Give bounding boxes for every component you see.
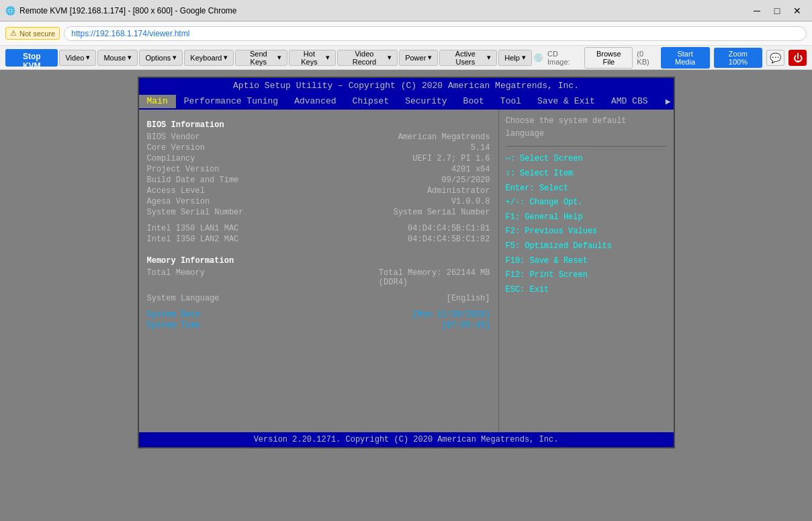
agesa-version-row: Agesa Version V1.0.0.8	[147, 197, 490, 206]
key-hint-f12: F12: Print Screen	[506, 268, 667, 283]
address-url[interactable]: https://192.168.1.174/viewer.html	[64, 26, 807, 41]
system-time-val[interactable]: [07:05:48]	[441, 321, 490, 330]
cd-icon: 💿	[533, 53, 543, 63]
addressbar: ⚠ Not secure https://192.168.1.174/viewe…	[0, 22, 812, 46]
power-button[interactable]: Power ▾	[399, 50, 438, 66]
key-hint-f1: F1: General Help	[506, 210, 667, 225]
bios-header: Aptio Setup Utility – Copyright (C) 2020…	[139, 78, 674, 93]
nav-save-exit[interactable]: Save & Exit	[529, 95, 603, 108]
active-users-button[interactable]: Active Users ▾	[439, 50, 497, 66]
lan2-mac-val: 04:D4:C4:5B:C1:82	[408, 235, 490, 244]
nav-amd-cbs[interactable]: AMD CBS	[603, 95, 656, 108]
divider4	[147, 305, 490, 310]
lan1-mac-val: 04:D4:C4:5B:C1:81	[408, 224, 490, 233]
agesa-version-key: Agesa Version	[147, 197, 268, 206]
build-date-val: 09/25/2020	[441, 175, 490, 185]
bios-vendor-val: American Megatrends	[398, 132, 490, 142]
browse-file-button[interactable]: Browse File	[584, 47, 633, 69]
nav-advanced[interactable]: Advanced	[286, 95, 344, 108]
build-date-key: Build Date and Time	[147, 175, 268, 185]
kb-size-label: (0 KB)	[637, 50, 656, 66]
options-label: Options	[145, 54, 171, 62]
system-date-row: System Date [Mon 11/30/2020]	[147, 310, 490, 319]
close-button[interactable]: ✕	[788, 3, 807, 19]
send-keys-button[interactable]: Send Keys ▾	[235, 50, 287, 66]
video-record-dropdown-icon: ▾	[388, 53, 392, 62]
access-level-val: Administrator	[427, 186, 490, 196]
serial-number-row: System Serial Number System Serial Numbe…	[147, 208, 490, 217]
core-version-key: Core Version	[147, 143, 268, 153]
bios-left-panel: BIOS Information BIOS Vendor American Me…	[139, 110, 499, 432]
send-keys-dropdown-icon: ▾	[277, 53, 281, 62]
bios-nav: Main Performance Tuning Advanced Chipset…	[139, 93, 674, 110]
nav-boot[interactable]: Boot	[455, 95, 492, 108]
stop-kvm-button[interactable]: Stop KVM	[5, 49, 58, 67]
options-button[interactable]: Options ▾	[139, 50, 183, 66]
video-record-button[interactable]: Video Record ▾	[337, 50, 398, 66]
lan2-mac-row: Intel I350 LAN2 MAC 04:D4:C4:5B:C1:82	[147, 235, 490, 244]
project-version-key: Project Version	[147, 165, 268, 174]
nav-chipset[interactable]: Chipset	[345, 95, 398, 108]
active-users-label: Active Users	[445, 50, 485, 66]
start-media-button[interactable]: Start Media	[661, 47, 710, 69]
help-dropdown-icon: ▾	[522, 53, 526, 62]
mouse-button[interactable]: Mouse ▾	[97, 50, 138, 66]
power-dropdown-icon: ▾	[428, 53, 432, 62]
bios-help-text: Choose the system default language	[506, 115, 667, 141]
build-date-row: Build Date and Time 09/25/2020	[147, 175, 490, 185]
nav-performance-tuning[interactable]: Performance Tuning	[176, 95, 286, 108]
titlebar-title: Remote KVM [192.168.1.174] - [800 x 600]…	[19, 6, 237, 15]
bios-key-hints: ↔: Select Screen ↕: Select Item Enter: S…	[506, 152, 667, 297]
nav-main[interactable]: Main	[139, 95, 176, 108]
hot-keys-label: Hot Keys	[295, 50, 324, 66]
titlebar: 🌐 Remote KVM [192.168.1.174] - [800 x 60…	[0, 0, 812, 22]
keyboard-dropdown-icon: ▾	[224, 53, 228, 62]
video-label: Video	[65, 54, 84, 62]
bios-help-text-area: Choose the system default language	[506, 115, 667, 147]
power-icon-button[interactable]: ⏻	[788, 50, 807, 66]
browser-icon: 🌐	[5, 6, 15, 15]
compliancy-val: UEFI 2.7; PI 1.6	[412, 154, 490, 163]
serial-number-val: System Serial Number	[393, 208, 490, 217]
bios-screen: Aptio Setup Utility – Copyright (C) 2020…	[138, 77, 675, 448]
bios-vendor-row: BIOS Vendor American Megatrends	[147, 132, 490, 142]
serial-number-key: System Serial Number	[147, 208, 268, 217]
help-button[interactable]: Help ▾	[498, 50, 532, 66]
cd-image-label: CD Image:	[547, 50, 580, 66]
hot-keys-dropdown-icon: ▾	[326, 53, 330, 62]
titlebar-left: 🌐 Remote KVM [192.168.1.174] - [800 x 60…	[5, 6, 237, 15]
power-label: Power	[405, 54, 426, 62]
system-language-key: System Language	[147, 294, 268, 303]
nav-security[interactable]: Security	[397, 95, 455, 108]
system-date-key[interactable]: System Date	[147, 310, 268, 319]
video-dropdown-icon: ▾	[86, 53, 90, 62]
security-label: Not secure	[19, 30, 55, 38]
key-hint-f2: F2: Previous Values	[506, 225, 667, 239]
total-memory-key: Total Memory	[147, 268, 268, 287]
access-level-key: Access Level	[147, 186, 268, 196]
keyboard-button[interactable]: Keyboard ▾	[184, 50, 234, 66]
project-version-row: Project Version 4201 x64	[147, 165, 490, 174]
core-version-row: Core Version 5.14	[147, 143, 490, 153]
chat-icon-button[interactable]: 💬	[766, 50, 784, 66]
mouse-dropdown-icon: ▾	[128, 53, 132, 62]
nav-tool[interactable]: Tool	[492, 95, 529, 108]
video-button[interactable]: Video ▾	[59, 50, 96, 66]
minimize-button[interactable]: ─	[748, 3, 766, 19]
active-users-dropdown-icon: ▾	[487, 53, 491, 62]
access-level-row: Access Level Administrator	[147, 186, 490, 196]
bios-vendor-key: BIOS Vendor	[147, 132, 268, 142]
toolbar-right: 💿 CD Image: Browse File (0 KB) Start Med…	[533, 47, 807, 69]
lan1-mac-key: Intel I350 LAN1 MAC	[147, 224, 268, 233]
key-hint-f10: F10: Save & Reset	[506, 254, 667, 269]
divider1	[147, 218, 490, 224]
options-dropdown-icon: ▾	[173, 53, 177, 62]
keyboard-label: Keyboard	[190, 54, 222, 62]
zoom-button[interactable]: Zoom 100%	[714, 48, 763, 68]
key-hint-select-screen: ↔: Select Screen	[506, 152, 667, 167]
system-time-key[interactable]: System Time	[147, 321, 268, 330]
system-date-val[interactable]: [Mon 11/30/2020]	[412, 310, 490, 319]
key-hint-enter: Enter: Select	[506, 182, 667, 196]
hot-keys-button[interactable]: Hot Keys ▾	[289, 50, 336, 66]
maximize-button[interactable]: □	[768, 3, 786, 19]
